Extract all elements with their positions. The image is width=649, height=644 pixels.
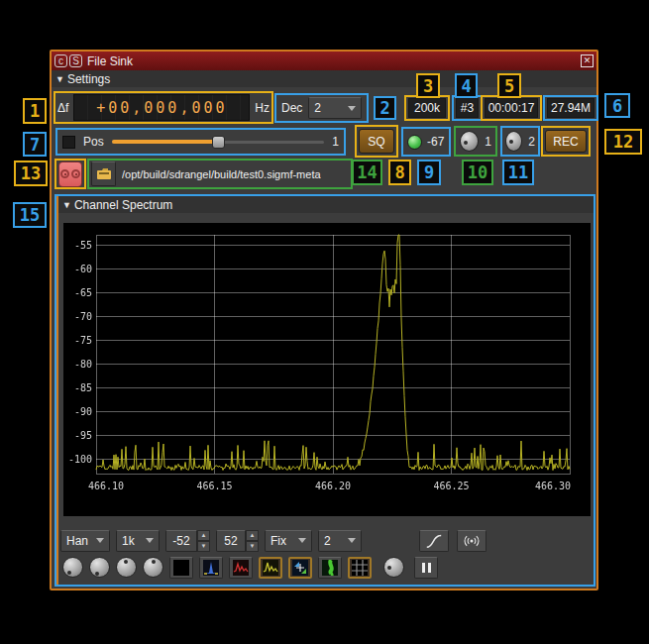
filter-response-button[interactable]: [419, 530, 449, 552]
position-value: 1: [332, 135, 339, 149]
callout-1: 1: [23, 98, 47, 124]
rec-button[interactable]: REC: [545, 130, 587, 153]
tape-reel-icon: [71, 169, 80, 178]
position-label: Pos: [83, 135, 104, 149]
averaging-mode-select[interactable]: Fix: [265, 530, 312, 552]
chevron-down-icon: [298, 538, 306, 547]
position-group: Pos 1: [55, 128, 346, 156]
squelch-level-knob[interactable]: [460, 131, 479, 152]
decay-divisor-knob[interactable]: [116, 557, 137, 578]
callout-6: 6: [604, 93, 630, 118]
slider-handle[interactable]: [212, 136, 225, 149]
chevron-down-icon: [96, 538, 104, 547]
squelch-indicator-group: -67: [401, 127, 451, 157]
spin-down-icon[interactable]: ▼: [197, 541, 210, 552]
squelch-power-value: -67: [427, 135, 444, 149]
collapse-arrow-icon: ▼: [62, 200, 71, 210]
rollup-accent-bar: [56, 196, 58, 585]
file-select-group: /opt/build/sdrangel/build/test0.sigmf-me…: [87, 159, 353, 189]
power-range-spinner[interactable]: 52 ▲▼: [216, 530, 259, 552]
fft-size-value: 1k: [122, 534, 135, 548]
callout-13: 13: [14, 161, 48, 186]
power-range-value: 52: [216, 530, 246, 552]
grid-icon: [352, 560, 368, 576]
decay-knob[interactable]: [89, 557, 110, 578]
record-size-group: 27.94M: [543, 95, 598, 121]
frequency-unit-label: Hz: [255, 101, 270, 115]
display-clear-button[interactable]: [169, 557, 193, 579]
record-toggle-button[interactable]: [58, 161, 82, 187]
yellow-trace-icon: [263, 560, 278, 576]
channel-spectrum-section: ▼ Channel Spectrum Han 1k -52 ▲▼: [54, 194, 595, 587]
spectrum-waterfall-placement-button[interactable]: [288, 557, 312, 579]
ref-level-value: -52: [165, 530, 197, 552]
window-title: File Sink: [87, 54, 581, 68]
frequency-dial[interactable]: +00,000,000: [73, 94, 250, 121]
chevron-down-icon: [146, 538, 154, 547]
squelch-button[interactable]: SQ: [359, 129, 394, 154]
channel-settings-button[interactable]: S: [69, 54, 82, 67]
squelch-group: SQ: [355, 125, 398, 158]
tape-reel-icon: [60, 169, 69, 178]
post-squelch-knob[interactable]: [505, 131, 522, 152]
close-button[interactable]: ✕: [581, 54, 594, 67]
spectrum-rollup-header[interactable]: ▼ Channel Spectrum: [58, 196, 594, 213]
callout-5: 5: [497, 73, 521, 98]
fft-window-select[interactable]: Han: [60, 530, 110, 552]
callout-15: 15: [13, 202, 47, 228]
channel-color-button[interactable]: c: [54, 54, 67, 67]
record-time-display: 00:00:17: [485, 98, 538, 118]
spin-up-icon[interactable]: ▲: [197, 530, 210, 541]
black-screen-icon: [173, 560, 189, 576]
histogram-button[interactable]: [229, 557, 253, 579]
decimation-value: 2: [314, 101, 321, 115]
close-icon: ✕: [584, 55, 592, 65]
current-trace-button[interactable]: [259, 557, 282, 579]
callout-14: 14: [352, 160, 382, 185]
spectrum-plot[interactable]: [63, 223, 591, 516]
fft-size-select[interactable]: 1k: [116, 530, 160, 552]
fft-window-value: Han: [66, 534, 88, 548]
record-time-group: 00:00:17: [481, 95, 542, 121]
grid-button[interactable]: [348, 557, 372, 579]
delta-f-label: Δf: [57, 101, 68, 115]
titlebar[interactable]: c S File Sink ✕: [52, 52, 596, 70]
post-squelch-knob-group: 2: [500, 126, 540, 157]
position-checkbox[interactable]: [62, 136, 75, 149]
spin-up-icon[interactable]: ▲: [246, 530, 259, 541]
squelch-level-value: 1: [485, 135, 491, 149]
stroke-knob[interactable]: [143, 557, 163, 578]
callout-8: 8: [388, 160, 411, 185]
file-sink-window: c S File Sink ✕ ▼ Settings Δf +00,000,00…: [50, 50, 598, 590]
decimation-group: Dec 2: [274, 93, 369, 123]
pause-icon: [420, 559, 432, 577]
ref-level-spinner[interactable]: -52 ▲▼: [165, 530, 210, 552]
position-slider[interactable]: [112, 135, 325, 149]
waterfall-button[interactable]: [318, 557, 342, 579]
squelch-level-knob-group: 1: [454, 126, 497, 157]
decimation-select[interactable]: 2: [308, 97, 362, 119]
averaging-count-select[interactable]: 2: [318, 530, 362, 552]
callout-12: 12: [604, 129, 642, 155]
green-waterfall-icon: [322, 560, 338, 576]
callout-3: 3: [416, 73, 440, 98]
callout-4: 4: [455, 73, 478, 98]
decimation-label: Dec: [281, 101, 302, 115]
callout-11: 11: [502, 160, 534, 185]
freeze-button[interactable]: [414, 557, 438, 579]
sequence-group: #3: [452, 95, 483, 121]
placement-arrows-icon: [292, 560, 308, 576]
max-hold-button[interactable]: [199, 557, 223, 579]
sequence-display: #3: [456, 98, 479, 118]
sample-rate-group: 200k: [404, 95, 450, 121]
file-select-button[interactable]: [91, 161, 116, 186]
broadcast-button[interactable]: [457, 530, 487, 552]
frequency-dial-digits: +00,000,000: [96, 99, 227, 117]
spin-down-icon[interactable]: ▼: [246, 541, 259, 552]
broadcast-icon: [463, 532, 481, 550]
callout-2: 2: [374, 96, 396, 120]
blue-spectrum-icon: [203, 560, 219, 576]
waterfall-share-knob[interactable]: [62, 557, 83, 578]
grid-intensity-knob[interactable]: [383, 557, 404, 578]
settings-header-label: Settings: [67, 72, 110, 86]
